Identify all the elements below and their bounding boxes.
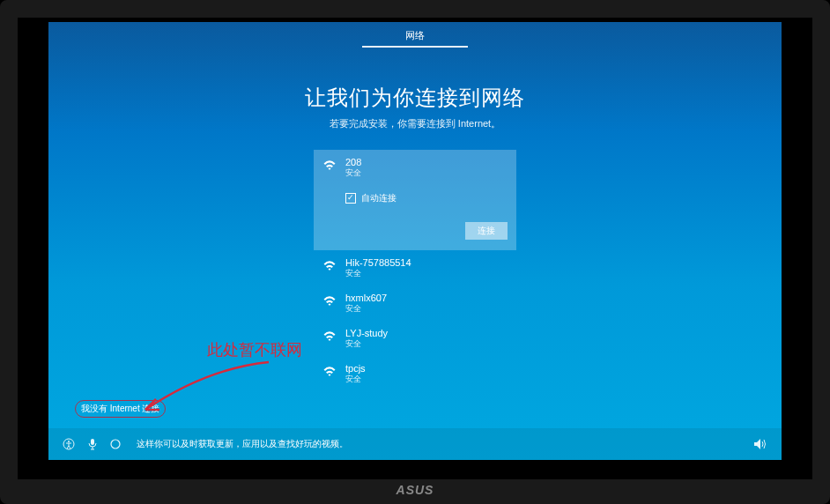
network-name: 208 xyxy=(345,157,361,168)
wifi-icon xyxy=(322,294,337,307)
network-security: 安全 xyxy=(345,374,366,384)
oobe-screen: 网络 让我们为你连接到网络 若要完成安装，你需要连接到 Internet。 20… xyxy=(48,22,782,460)
network-security: 安全 xyxy=(345,304,387,314)
network-item[interactable]: hxmlx607 安全 xyxy=(314,285,516,321)
page-subtitle: 若要完成安装，你需要连接到 Internet。 xyxy=(48,117,782,130)
svg-point-1 xyxy=(68,441,70,442)
annotation-text: 此处暂不联网 xyxy=(207,339,302,360)
page-title: 让我们为你连接到网络 xyxy=(48,84,782,112)
wifi-icon xyxy=(322,365,337,377)
microphone-icon[interactable] xyxy=(87,438,98,450)
network-name: Hik-757885514 xyxy=(345,257,411,269)
network-security: 安全 xyxy=(345,269,411,278)
network-name: tpcjs xyxy=(345,363,366,374)
auto-connect-row[interactable]: ✓ 自动连接 xyxy=(345,192,396,204)
network-list: 208 安全 ✓ 自动连接 连接 Hik-757885514 安全 xyxy=(314,150,516,391)
svg-point-3 xyxy=(111,440,120,448)
no-internet-link[interactable]: 我没有 Internet 连接 xyxy=(75,400,166,418)
volume-icon[interactable] xyxy=(753,438,767,450)
connect-button[interactable]: 连接 xyxy=(465,222,508,240)
network-security: 安全 xyxy=(345,168,361,178)
checkbox-icon[interactable]: ✓ xyxy=(345,193,356,204)
circle-icon[interactable] xyxy=(110,439,121,449)
auto-connect-label: 自动连接 xyxy=(361,192,396,204)
network-item[interactable]: Hik-757885514 安全 xyxy=(314,250,516,285)
wifi-icon xyxy=(322,259,337,271)
svg-rect-2 xyxy=(91,439,94,445)
network-name: LYJ-study xyxy=(345,328,388,339)
bottom-tip-text: 这样你可以及时获取更新，应用以及查找好玩的视频。 xyxy=(137,438,348,450)
wifi-icon xyxy=(322,159,337,171)
bottom-bar: 这样你可以及时获取更新，应用以及查找好玩的视频。 xyxy=(48,428,782,460)
network-item[interactable]: LYJ-study 安全 xyxy=(314,321,516,356)
wifi-icon xyxy=(322,330,337,342)
network-item[interactable]: tpcjs 安全 xyxy=(314,356,516,391)
header-tab-network[interactable]: 网络 xyxy=(362,29,468,48)
network-item-selected[interactable]: 208 安全 ✓ 自动连接 连接 xyxy=(314,150,516,250)
network-security: 安全 xyxy=(345,339,388,349)
monitor-brand-logo: ASUS xyxy=(396,483,434,497)
network-name: hxmlx607 xyxy=(345,293,387,304)
accessibility-icon[interactable] xyxy=(63,438,75,450)
